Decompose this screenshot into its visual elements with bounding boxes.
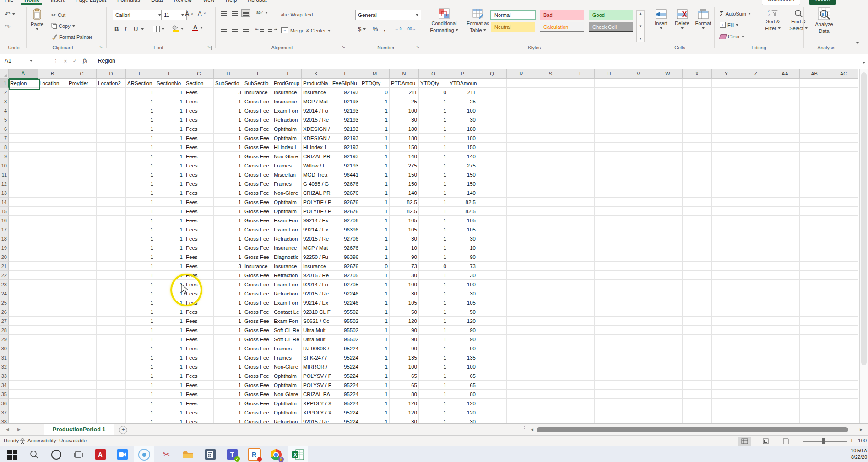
cell-B32[interactable] (38, 362, 67, 371)
cell-W3[interactable] (653, 97, 683, 106)
cell-Q3[interactable] (477, 97, 507, 106)
cell-F32[interactable]: 1 (155, 362, 184, 371)
cell-A37[interactable] (9, 408, 38, 417)
cell-S33[interactable] (536, 371, 565, 381)
cell-E9[interactable]: 1 (126, 152, 155, 161)
cell-J2[interactable]: Insurance (272, 88, 302, 97)
cell-E23[interactable]: 1 (126, 280, 155, 289)
cell-Y5[interactable] (712, 115, 741, 124)
cell-X7[interactable] (683, 134, 712, 143)
cell-Z19[interactable] (741, 243, 770, 252)
cell-W22[interactable] (653, 271, 683, 280)
cell-W10[interactable] (653, 161, 683, 170)
cell-S11[interactable] (536, 170, 565, 179)
cell-C19[interactable] (67, 243, 97, 252)
cell-H12[interactable]: 1 (214, 179, 243, 188)
cell-T22[interactable] (565, 271, 595, 280)
cell-R28[interactable] (507, 326, 536, 335)
cell-P22[interactable]: 30 (448, 271, 477, 280)
cell-O38[interactable]: 1 (419, 417, 448, 423)
cell-D35[interactable] (97, 390, 126, 399)
cell-AA16[interactable] (770, 216, 800, 225)
cell-AB24[interactable] (800, 289, 829, 298)
cell-T13[interactable] (565, 188, 595, 198)
align-left-button[interactable] (221, 27, 227, 32)
cell-H34[interactable]: 1 (214, 381, 243, 390)
row-header-21[interactable]: 21 (0, 262, 9, 271)
cell-AB33[interactable] (800, 371, 829, 381)
style-chip-check-cell[interactable]: Check Cell (589, 22, 633, 32)
cell-Z25[interactable] (741, 298, 770, 307)
cell-T6[interactable] (565, 124, 595, 134)
cell-AB21[interactable] (800, 262, 829, 271)
cell-H36[interactable]: 1 (214, 399, 243, 408)
cell-H20[interactable]: 1 (214, 252, 243, 262)
cell-J36[interactable]: Ophthalm (272, 399, 302, 408)
cell-D23[interactable] (97, 280, 126, 289)
cell-D16[interactable] (97, 216, 126, 225)
cell-O12[interactable]: 1 (419, 179, 448, 188)
cell-K25[interactable]: 99214 / Ex (302, 298, 331, 307)
cell-E33[interactable]: 1 (126, 371, 155, 381)
cell-AA37[interactable] (770, 408, 800, 417)
cell-K31[interactable]: SFK-247 / (302, 353, 331, 362)
styles-gallery-scroll[interactable]: ▲ ▼ ▼̱ (636, 10, 645, 42)
cell-I6[interactable]: Gross Fee (243, 124, 272, 134)
cell-AB32[interactable] (800, 362, 829, 371)
cell-W27[interactable] (653, 317, 683, 326)
cell-N10[interactable]: 275 (390, 161, 419, 170)
cell-L29[interactable]: 95502 (331, 335, 360, 344)
row-header-35[interactable]: 35 (0, 390, 9, 399)
name-box[interactable]: A1 (0, 54, 49, 68)
cell-Z14[interactable] (741, 198, 770, 207)
cell-T28[interactable] (565, 326, 595, 335)
cell-A33[interactable] (9, 371, 38, 381)
cell-E16[interactable]: 1 (126, 216, 155, 225)
cell-G11[interactable]: Fees (184, 170, 214, 179)
cell-S20[interactable] (536, 252, 565, 262)
cell-U3[interactable] (595, 97, 624, 106)
cell-T25[interactable] (565, 298, 595, 307)
cell-J10[interactable]: Frames (272, 161, 302, 170)
cell-X28[interactable] (683, 326, 712, 335)
cell-AA34[interactable] (770, 381, 800, 390)
cell-V15[interactable] (624, 207, 653, 216)
cell-B14[interactable] (38, 198, 67, 207)
cell-L7[interactable]: 92193 (331, 134, 360, 143)
cell-W17[interactable] (653, 225, 683, 234)
cell-AA26[interactable] (770, 307, 800, 317)
cell-W16[interactable] (653, 216, 683, 225)
cell-F29[interactable]: 1 (155, 335, 184, 344)
cell-C15[interactable] (67, 207, 97, 216)
cell-U37[interactable] (595, 408, 624, 417)
cell-E31[interactable]: 1 (126, 353, 155, 362)
cell-W38[interactable] (653, 417, 683, 423)
cell-P31[interactable]: 135 (448, 353, 477, 362)
acrobat-button[interactable]: A (90, 446, 110, 462)
cell-I19[interactable]: Gross Fee (243, 243, 272, 252)
cell-X17[interactable] (683, 225, 712, 234)
cell-X37[interactable] (683, 408, 712, 417)
cell-U8[interactable] (595, 143, 624, 152)
cell-M3[interactable]: 1 (360, 97, 390, 106)
cell-B18[interactable] (38, 234, 67, 243)
cell-AC2[interactable] (829, 88, 858, 97)
cell-E5[interactable]: 1 (126, 115, 155, 124)
horizontal-scrollbar-thumb[interactable] (537, 427, 848, 432)
cell-Z8[interactable] (741, 143, 770, 152)
cell-Z32[interactable] (741, 362, 770, 371)
cell-O28[interactable]: 1 (419, 326, 448, 335)
row-header-14[interactable]: 14 (0, 198, 9, 207)
cell-M12[interactable]: 1 (360, 179, 390, 188)
cell-M36[interactable]: 1 (360, 399, 390, 408)
cell-I8[interactable]: Gross Fee (243, 143, 272, 152)
cell-C30[interactable] (67, 344, 97, 353)
cell-H10[interactable]: 1 (214, 161, 243, 170)
cell-E12[interactable]: 1 (126, 179, 155, 188)
zoom-level-value[interactable]: 100 (858, 438, 868, 443)
cell-AC3[interactable] (829, 97, 858, 106)
cell-N5[interactable]: 30 (390, 115, 419, 124)
cell-M7[interactable]: 1 (360, 134, 390, 143)
cell-N13[interactable]: 140 (390, 188, 419, 198)
cell-O8[interactable]: 1 (419, 143, 448, 152)
